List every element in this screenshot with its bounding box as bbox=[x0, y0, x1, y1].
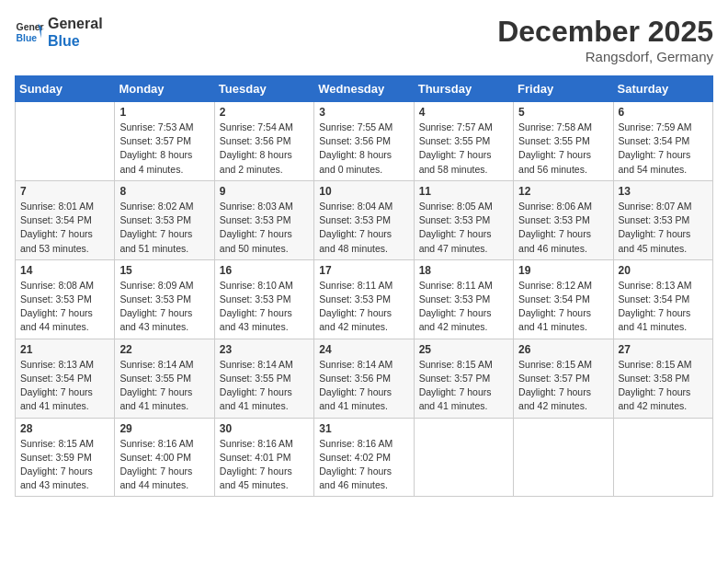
calendar-cell: 23Sunrise: 8:14 AM Sunset: 3:55 PM Dayli… bbox=[214, 339, 313, 418]
day-number: 15 bbox=[119, 264, 209, 277]
day-number: 23 bbox=[220, 343, 309, 356]
logo-text-line1: General bbox=[48, 15, 103, 32]
day-info: Sunrise: 8:10 AM Sunset: 3:53 PM Dayligh… bbox=[220, 279, 309, 335]
calendar-cell: 20Sunrise: 8:13 AM Sunset: 3:54 PM Dayli… bbox=[613, 259, 712, 339]
calendar-cell: 26Sunrise: 8:15 AM Sunset: 3:57 PM Dayli… bbox=[514, 339, 613, 418]
calendar-cell bbox=[613, 418, 712, 497]
calendar-cell bbox=[16, 102, 115, 181]
week-row-2: 7Sunrise: 8:01 AM Sunset: 3:54 PM Daylig… bbox=[16, 180, 713, 259]
calendar-cell: 6Sunrise: 7:59 AM Sunset: 3:54 PM Daylig… bbox=[613, 102, 712, 181]
calendar-cell: 3Sunrise: 7:55 AM Sunset: 3:56 PM Daylig… bbox=[314, 102, 414, 181]
calendar-cell: 19Sunrise: 8:12 AM Sunset: 3:54 PM Dayli… bbox=[514, 259, 613, 339]
calendar-cell: 4Sunrise: 7:57 AM Sunset: 3:55 PM Daylig… bbox=[414, 102, 513, 181]
calendar-cell bbox=[414, 418, 513, 497]
day-info: Sunrise: 7:58 AM Sunset: 3:55 PM Dayligh… bbox=[518, 121, 608, 177]
day-info: Sunrise: 8:16 AM Sunset: 4:01 PM Dayligh… bbox=[220, 437, 309, 493]
logo-text-line2: Blue bbox=[48, 32, 103, 50]
day-info: Sunrise: 8:04 AM Sunset: 3:53 PM Dayligh… bbox=[319, 200, 408, 256]
day-number: 19 bbox=[518, 264, 608, 277]
calendar-cell: 24Sunrise: 8:14 AM Sunset: 3:56 PM Dayli… bbox=[314, 339, 414, 418]
calendar-cell: 2Sunrise: 7:54 AM Sunset: 3:56 PM Daylig… bbox=[214, 102, 313, 181]
day-number: 12 bbox=[518, 185, 608, 198]
day-number: 7 bbox=[20, 185, 109, 198]
day-info: Sunrise: 8:12 AM Sunset: 3:54 PM Dayligh… bbox=[518, 279, 608, 335]
day-number: 5 bbox=[518, 106, 608, 119]
day-number: 10 bbox=[319, 185, 408, 198]
week-row-5: 28Sunrise: 8:15 AM Sunset: 3:59 PM Dayli… bbox=[16, 418, 713, 497]
calendar-cell: 11Sunrise: 8:05 AM Sunset: 3:53 PM Dayli… bbox=[414, 180, 513, 259]
day-info: Sunrise: 8:15 AM Sunset: 3:58 PM Dayligh… bbox=[619, 358, 708, 414]
svg-text:Blue: Blue bbox=[17, 33, 38, 43]
day-number: 16 bbox=[220, 264, 309, 277]
calendar-cell: 31Sunrise: 8:16 AM Sunset: 4:02 PM Dayli… bbox=[314, 418, 414, 497]
calendar-cell: 30Sunrise: 8:16 AM Sunset: 4:01 PM Dayli… bbox=[214, 418, 313, 497]
month-year-title: December 2025 bbox=[497, 15, 713, 49]
calendar-cell: 5Sunrise: 7:58 AM Sunset: 3:55 PM Daylig… bbox=[514, 102, 613, 181]
week-row-3: 14Sunrise: 8:08 AM Sunset: 3:53 PM Dayli… bbox=[16, 259, 713, 339]
location-subtitle: Rangsdorf, Germany bbox=[497, 49, 713, 64]
day-number: 1 bbox=[119, 106, 209, 119]
day-info: Sunrise: 8:11 AM Sunset: 3:53 PM Dayligh… bbox=[319, 279, 408, 335]
day-number: 9 bbox=[220, 185, 309, 198]
calendar-cell: 16Sunrise: 8:10 AM Sunset: 3:53 PM Dayli… bbox=[214, 259, 313, 339]
day-info: Sunrise: 8:14 AM Sunset: 3:55 PM Dayligh… bbox=[119, 358, 209, 414]
calendar-cell: 10Sunrise: 8:04 AM Sunset: 3:53 PM Dayli… bbox=[314, 180, 414, 259]
day-info: Sunrise: 8:05 AM Sunset: 3:53 PM Dayligh… bbox=[419, 200, 508, 256]
weekday-header-sunday: Sunday bbox=[16, 76, 115, 102]
day-info: Sunrise: 8:07 AM Sunset: 3:53 PM Dayligh… bbox=[619, 200, 708, 256]
day-info: Sunrise: 7:54 AM Sunset: 3:56 PM Dayligh… bbox=[220, 121, 309, 177]
day-number: 17 bbox=[319, 264, 408, 277]
day-info: Sunrise: 7:57 AM Sunset: 3:55 PM Dayligh… bbox=[419, 121, 508, 177]
calendar-cell: 13Sunrise: 8:07 AM Sunset: 3:53 PM Dayli… bbox=[613, 180, 712, 259]
logo: General Blue General Blue bbox=[15, 15, 103, 50]
calendar-cell: 14Sunrise: 8:08 AM Sunset: 3:53 PM Dayli… bbox=[16, 259, 115, 339]
day-info: Sunrise: 8:15 AM Sunset: 3:57 PM Dayligh… bbox=[518, 358, 608, 414]
week-row-1: 1Sunrise: 7:53 AM Sunset: 3:57 PM Daylig… bbox=[16, 102, 713, 181]
calendar-cell: 27Sunrise: 8:15 AM Sunset: 3:58 PM Dayli… bbox=[613, 339, 712, 418]
weekday-header-row: SundayMondayTuesdayWednesdayThursdayFrid… bbox=[16, 76, 713, 102]
day-number: 20 bbox=[619, 264, 708, 277]
day-info: Sunrise: 7:53 AM Sunset: 3:57 PM Dayligh… bbox=[119, 121, 209, 177]
calendar-cell: 22Sunrise: 8:14 AM Sunset: 3:55 PM Dayli… bbox=[115, 339, 214, 418]
day-number: 11 bbox=[419, 185, 508, 198]
day-info: Sunrise: 8:03 AM Sunset: 3:53 PM Dayligh… bbox=[220, 200, 309, 256]
day-info: Sunrise: 8:09 AM Sunset: 3:53 PM Dayligh… bbox=[119, 279, 209, 335]
day-info: Sunrise: 8:15 AM Sunset: 3:59 PM Dayligh… bbox=[20, 437, 109, 493]
day-info: Sunrise: 8:01 AM Sunset: 3:54 PM Dayligh… bbox=[20, 200, 109, 256]
page-header: General Blue General Blue December 2025 … bbox=[15, 15, 713, 64]
day-number: 25 bbox=[419, 343, 508, 356]
calendar-cell bbox=[514, 418, 613, 497]
day-number: 31 bbox=[319, 422, 408, 435]
title-area: December 2025 Rangsdorf, Germany bbox=[497, 15, 713, 64]
day-info: Sunrise: 8:11 AM Sunset: 3:53 PM Dayligh… bbox=[419, 279, 508, 335]
day-info: Sunrise: 8:15 AM Sunset: 3:57 PM Dayligh… bbox=[419, 358, 508, 414]
day-number: 8 bbox=[119, 185, 209, 198]
day-number: 18 bbox=[419, 264, 508, 277]
day-number: 14 bbox=[20, 264, 109, 277]
day-info: Sunrise: 8:08 AM Sunset: 3:53 PM Dayligh… bbox=[20, 279, 109, 335]
day-number: 30 bbox=[220, 422, 309, 435]
day-number: 13 bbox=[619, 185, 708, 198]
day-number: 3 bbox=[319, 106, 408, 119]
weekday-header-wednesday: Wednesday bbox=[314, 76, 414, 102]
day-info: Sunrise: 8:13 AM Sunset: 3:54 PM Dayligh… bbox=[20, 358, 109, 414]
calendar-cell: 25Sunrise: 8:15 AM Sunset: 3:57 PM Dayli… bbox=[414, 339, 513, 418]
weekday-header-tuesday: Tuesday bbox=[214, 76, 313, 102]
day-info: Sunrise: 8:16 AM Sunset: 4:00 PM Dayligh… bbox=[119, 437, 209, 493]
day-info: Sunrise: 8:16 AM Sunset: 4:02 PM Dayligh… bbox=[319, 437, 408, 493]
day-info: Sunrise: 8:06 AM Sunset: 3:53 PM Dayligh… bbox=[518, 200, 608, 256]
calendar-cell: 29Sunrise: 8:16 AM Sunset: 4:00 PM Dayli… bbox=[115, 418, 214, 497]
day-number: 24 bbox=[319, 343, 408, 356]
calendar-table: SundayMondayTuesdayWednesdayThursdayFrid… bbox=[15, 75, 713, 497]
day-info: Sunrise: 7:55 AM Sunset: 3:56 PM Dayligh… bbox=[319, 121, 408, 177]
calendar-cell: 8Sunrise: 8:02 AM Sunset: 3:53 PM Daylig… bbox=[115, 180, 214, 259]
calendar-cell: 1Sunrise: 7:53 AM Sunset: 3:57 PM Daylig… bbox=[115, 102, 214, 181]
day-number: 29 bbox=[119, 422, 209, 435]
day-number: 6 bbox=[619, 106, 708, 119]
weekday-header-monday: Monday bbox=[115, 76, 214, 102]
day-info: Sunrise: 7:59 AM Sunset: 3:54 PM Dayligh… bbox=[619, 121, 708, 177]
calendar-cell: 17Sunrise: 8:11 AM Sunset: 3:53 PM Dayli… bbox=[314, 259, 414, 339]
day-number: 28 bbox=[20, 422, 109, 435]
weekday-header-friday: Friday bbox=[514, 76, 613, 102]
day-number: 22 bbox=[119, 343, 209, 356]
